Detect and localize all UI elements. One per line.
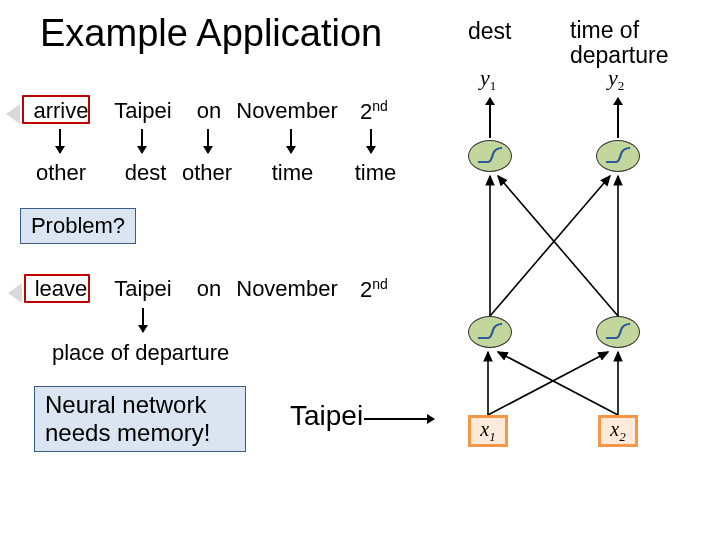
word-on: on — [189, 98, 229, 124]
neuron-node — [596, 316, 640, 348]
word-november: November — [232, 98, 342, 124]
word-leave: leave — [30, 276, 92, 302]
word-taipei: Taipei — [108, 276, 178, 302]
word-taipei-bottom: Taipei — [290, 400, 363, 432]
tag-other: other — [176, 160, 238, 186]
memory-box: Neural network needs memory! — [34, 386, 246, 452]
neuron-node — [468, 316, 512, 348]
tag-row: other dest other time time — [20, 160, 420, 190]
arrow-down-icon — [207, 129, 209, 153]
svg-line-6 — [498, 352, 618, 415]
tag-other: other — [30, 160, 92, 186]
tag-dest: dest — [118, 160, 173, 186]
word-november: November — [232, 276, 342, 302]
sentence-row-1: arrive Taipei on November 2nd — [20, 98, 420, 128]
arrow-down-icon — [142, 308, 144, 332]
label-place-of-departure: place of departure — [52, 340, 229, 366]
slide-title: Example Application — [40, 12, 382, 55]
word-2nd: 2nd — [353, 276, 395, 303]
svg-line-2 — [498, 176, 618, 316]
problem-box: Problem? — [20, 208, 136, 244]
tag-time: time — [348, 160, 403, 186]
word-on: on — [189, 276, 229, 302]
input-x1: x1 — [468, 415, 508, 447]
sentence-row-2: leave Taipei on November 2nd — [20, 276, 420, 306]
word-taipei: Taipei — [108, 98, 178, 124]
tag-time: time — [265, 160, 320, 186]
neuron-node — [596, 140, 640, 172]
arrow-down-icon — [290, 129, 292, 153]
word-arrive: arrive — [26, 98, 96, 124]
arrow-down-icon — [141, 129, 143, 153]
neuron-node — [468, 140, 512, 172]
arrow-down-icon — [370, 129, 372, 153]
svg-line-5 — [488, 352, 608, 415]
neural-net-diagram: y1 y2 — [440, 60, 700, 500]
svg-line-1 — [490, 176, 610, 316]
arrow-right-icon — [364, 418, 434, 420]
label-dest: dest — [468, 18, 511, 45]
arrow-down-icon — [59, 129, 61, 153]
word-2nd: 2nd — [353, 98, 395, 125]
input-x2: x2 — [598, 415, 638, 447]
callout-tail — [6, 104, 20, 124]
